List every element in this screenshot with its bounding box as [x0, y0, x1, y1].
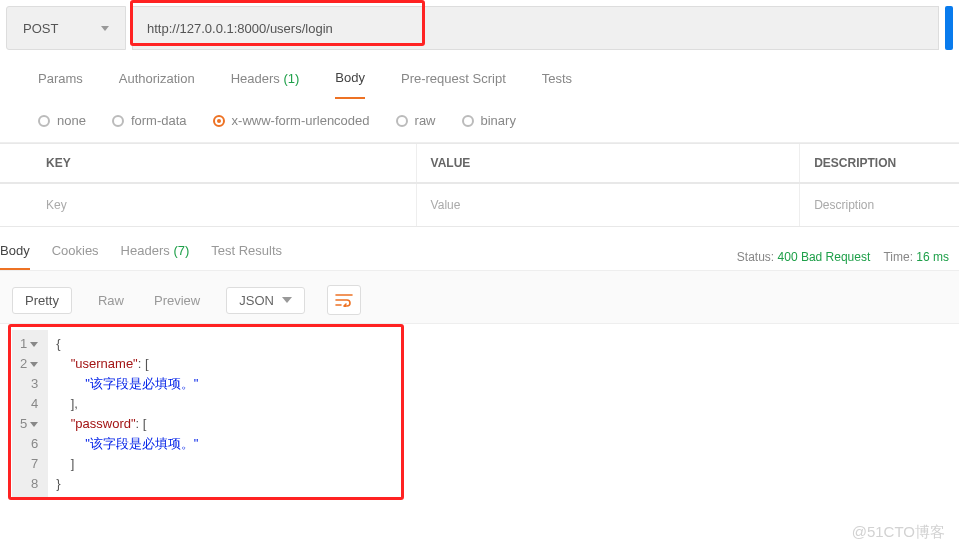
status-line: Status: 400 Bad Request Time: 16 ms	[737, 250, 949, 264]
tab-resp-headers[interactable]: Headers (7)	[121, 243, 190, 270]
line-gutter: 1 2 3 4 5 6 7 8	[12, 330, 48, 498]
url-input[interactable]: http://127.0.0.1:8000/users/login	[132, 6, 939, 50]
radio-raw[interactable]: raw	[396, 113, 436, 128]
http-method-value: POST	[23, 21, 58, 36]
tab-params[interactable]: Params	[38, 71, 83, 98]
tab-authorization[interactable]: Authorization	[119, 71, 195, 98]
key-input[interactable]: Key	[32, 184, 416, 226]
view-raw[interactable]: Raw	[94, 287, 128, 314]
kv-header-row: KEY VALUE DESCRIPTION	[0, 143, 959, 183]
watermark: @51CTO博客	[852, 523, 945, 542]
description-input[interactable]: Description	[799, 184, 959, 226]
json-code: { "username": [ "该字段是必填项。" ], "password"…	[48, 330, 206, 498]
col-key: KEY	[32, 144, 416, 182]
tab-headers[interactable]: Headers (1)	[231, 71, 300, 98]
body-type-row: none form-data x-www-form-urlencoded raw…	[0, 99, 959, 143]
value-input[interactable]: Value	[416, 184, 800, 226]
radio-binary[interactable]: binary	[462, 113, 516, 128]
tab-resp-cookies[interactable]: Cookies	[52, 243, 99, 270]
tab-tests[interactable]: Tests	[542, 71, 572, 98]
col-description: DESCRIPTION	[799, 144, 959, 182]
wrap-lines-button[interactable]	[327, 285, 361, 315]
view-preview[interactable]: Preview	[150, 287, 204, 314]
response-tabs: Body Cookies Headers (7) Test Results	[0, 243, 282, 270]
view-pretty[interactable]: Pretty	[12, 287, 72, 314]
radio-none[interactable]: none	[38, 113, 86, 128]
http-method-select[interactable]: POST	[6, 6, 126, 50]
tab-body[interactable]: Body	[335, 70, 365, 99]
tab-resp-tests[interactable]: Test Results	[211, 243, 282, 270]
col-value: VALUE	[416, 144, 800, 182]
url-text: http://127.0.0.1:8000/users/login	[147, 21, 333, 36]
radio-form-data[interactable]: form-data	[112, 113, 187, 128]
tab-resp-body[interactable]: Body	[0, 243, 30, 270]
view-mode-row: Pretty Raw Preview JSON	[0, 270, 959, 324]
response-body[interactable]: 1 2 3 4 5 6 7 8 { "username": [ "该字段是必填项…	[12, 330, 947, 498]
send-button[interactable]	[945, 6, 953, 50]
format-select[interactable]: JSON	[226, 287, 305, 314]
request-tabs: Params Authorization Headers (1) Body Pr…	[0, 50, 959, 99]
kv-input-row: Key Value Description	[0, 183, 959, 227]
radio-x-www-form-urlencoded[interactable]: x-www-form-urlencoded	[213, 113, 370, 128]
chevron-down-icon	[101, 26, 109, 31]
chevron-down-icon	[282, 297, 292, 303]
tab-prerequest[interactable]: Pre-request Script	[401, 71, 506, 98]
